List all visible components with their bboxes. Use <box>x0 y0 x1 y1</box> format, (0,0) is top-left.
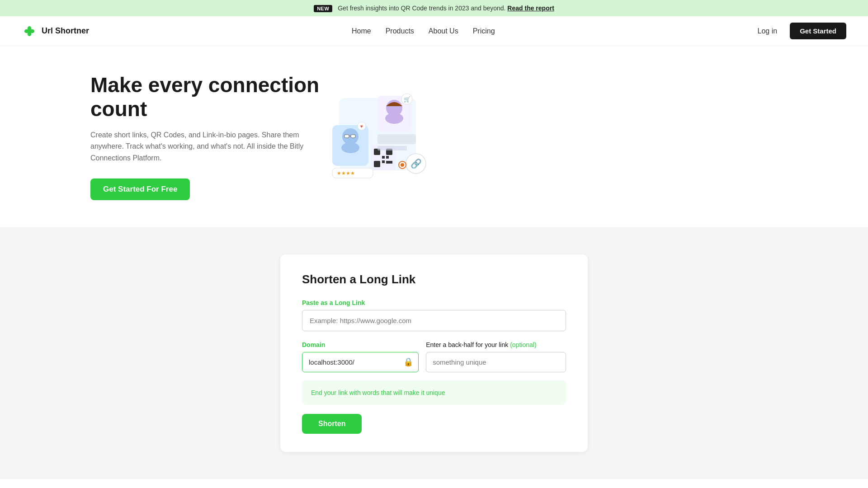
svg-rect-31 <box>377 146 407 150</box>
logo-text: Url Shortner <box>42 26 89 36</box>
hint-box: End your link with words that will make … <box>302 380 566 405</box>
hero-subtitle: Create short links, QR Codes, and Link-i… <box>90 129 326 164</box>
logo[interactable]: Url Shortner <box>22 23 89 39</box>
hero-svg: ♥ ★★★★ 🛒 <box>326 94 434 179</box>
hint-text: End your link with words that will make … <box>311 389 445 396</box>
hero-section: Make every connection count Create short… <box>0 46 868 227</box>
new-badge: NEW <box>314 5 332 12</box>
svg-rect-11 <box>351 135 355 138</box>
announcement-banner: NEW Get fresh insights into QR Code tren… <box>0 0 868 16</box>
backhalf-column: Enter a back-half for your link (optiona… <box>426 341 566 372</box>
svg-rect-24 <box>386 161 392 164</box>
svg-text:🛒: 🛒 <box>404 96 410 103</box>
nav-about[interactable]: About Us <box>429 27 458 35</box>
domain-row: Domain 🔒 Enter a back-half for your link… <box>302 341 566 372</box>
domain-label: Domain <box>302 341 419 348</box>
logo-icon <box>22 23 37 39</box>
navigation: Url Shortner Home Products About Us Pric… <box>0 16 868 46</box>
hero-content: Make every connection count Create short… <box>90 73 326 200</box>
backhalf-label: Enter a back-half for your link (optiona… <box>426 341 566 348</box>
svg-rect-22 <box>386 156 389 159</box>
svg-point-9 <box>341 142 359 153</box>
svg-rect-30 <box>377 134 416 144</box>
domain-input[interactable] <box>302 352 419 372</box>
domain-column: Domain 🔒 <box>302 341 419 372</box>
backhalf-input[interactable] <box>426 352 566 372</box>
svg-text:🔗: 🔗 <box>410 158 422 169</box>
nav-pricing[interactable]: Pricing <box>473 27 495 35</box>
nav-home[interactable]: Home <box>352 27 371 35</box>
shorten-title: Shorten a Long Link <box>302 272 566 286</box>
shorten-card: Shorten a Long Link Paste as a Long Link… <box>280 254 588 452</box>
shorten-button[interactable]: Shorten <box>302 414 362 434</box>
hero-title: Make every connection count <box>90 73 326 121</box>
lock-icon: 🔒 <box>403 357 413 367</box>
svg-rect-20 <box>374 161 380 167</box>
svg-rect-23 <box>382 160 385 163</box>
svg-text:♥: ♥ <box>360 124 363 129</box>
svg-rect-21 <box>382 156 385 159</box>
hero-illustration: ♥ ★★★★ 🛒 <box>326 94 434 179</box>
banner-text: Get fresh insights into QR Code trends i… <box>338 5 505 12</box>
svg-point-5 <box>28 29 32 33</box>
nav-links: Home Products About Us Pricing <box>352 27 495 35</box>
paste-link-label: Paste as a Long Link <box>302 299 566 306</box>
nav-products[interactable]: Products <box>386 27 414 35</box>
svg-rect-10 <box>344 135 349 138</box>
get-started-hero-button[interactable]: Get Started For Free <box>90 178 190 200</box>
domain-input-wrapper: 🔒 <box>302 352 419 372</box>
lower-section: Shorten a Long Link Paste as a Long Link… <box>0 227 868 479</box>
svg-text:★★★★: ★★★★ <box>337 170 355 176</box>
svg-point-27 <box>385 113 403 124</box>
get-started-nav-button[interactable]: Get Started <box>790 23 846 39</box>
login-button[interactable]: Log in <box>758 27 778 35</box>
svg-point-35 <box>401 163 404 167</box>
nav-actions: Log in Get Started <box>758 23 846 39</box>
long-link-input[interactable] <box>302 310 566 331</box>
banner-link[interactable]: Read the report <box>507 5 554 12</box>
